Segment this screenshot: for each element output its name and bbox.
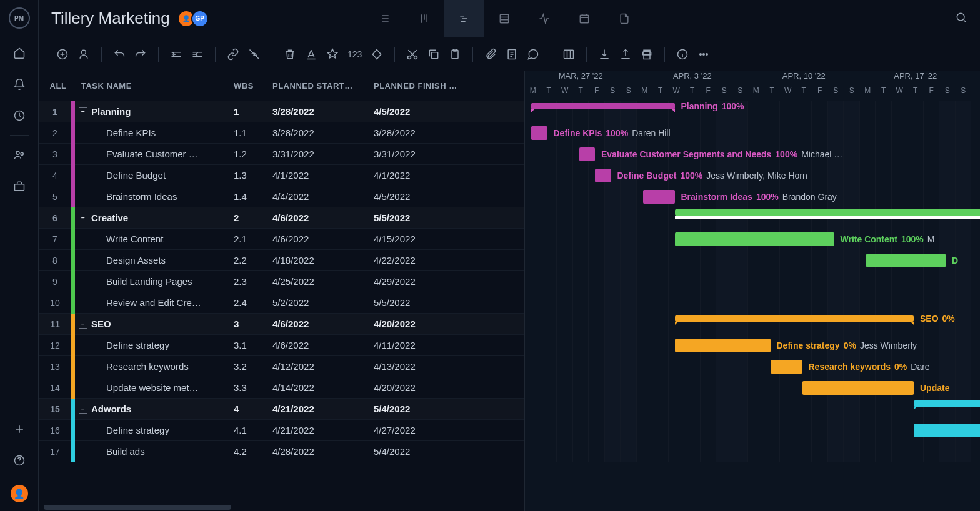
task-row[interactable]: 17 Build ads 4.2 4/28/2022 5/4/2022 — [39, 441, 524, 462]
gantt-bar[interactable]: Define KPIs 100% Daren Hill — [531, 126, 548, 140]
col-name[interactable]: TASK NAME — [74, 81, 234, 91]
finish-cell[interactable]: 4/20/2022 — [374, 382, 524, 393]
task-name-cell[interactable]: − SEO — [75, 319, 234, 329]
calendar-view-tab[interactable] — [564, 0, 604, 37]
app-logo[interactable]: PM — [9, 7, 30, 29]
undo-icon[interactable] — [113, 48, 126, 61]
collapse-toggle[interactable]: − — [79, 214, 88, 222]
gantt-row[interactable] — [525, 207, 980, 229]
task-name-cell[interactable]: Define Budget — [75, 170, 234, 181]
gantt-row[interactable]: Define Budget 100% Jess Wimberly, Mike H… — [525, 165, 980, 186]
wbs-cell[interactable]: 1.4 — [234, 191, 272, 202]
delete-icon[interactable] — [284, 48, 296, 61]
task-row[interactable]: 3 Evaluate Customer … 1.2 3/31/2022 3/31… — [39, 144, 524, 165]
gantt-bar[interactable] — [914, 424, 980, 437]
wbs-cell[interactable]: 2.2 — [234, 255, 272, 265]
wbs-cell[interactable]: 4.1 — [234, 425, 272, 435]
task-name-cell[interactable]: Build ads — [75, 446, 234, 457]
wbs-cell[interactable]: 2.1 — [234, 234, 272, 244]
workload-view-tab[interactable] — [524, 0, 564, 37]
wbs-cell[interactable]: 1.2 — [234, 149, 272, 159]
wbs-cell[interactable]: 3.3 — [234, 382, 272, 393]
gantt-bar[interactable] — [914, 400, 980, 407]
gantt-bar[interactable]: Brainstorm Ideas 100% Brandon Gray — [643, 190, 675, 204]
redo-icon[interactable] — [134, 48, 147, 61]
finish-cell[interactable]: 4/11/2022 — [374, 340, 524, 350]
finish-cell[interactable]: 5/4/2022 — [374, 446, 524, 457]
link-icon[interactable] — [227, 48, 239, 61]
indent-icon[interactable] — [191, 48, 204, 61]
task-name-cell[interactable]: Design Assets — [75, 255, 234, 265]
gantt-row[interactable]: Define strategy 0% Jess Wimberly — [525, 335, 980, 356]
clock-icon[interactable] — [12, 109, 26, 122]
start-cell[interactable]: 4/4/2022 — [272, 191, 374, 202]
gantt-chart[interactable]: MAR, 27 '22APR, 3 '22APR, 10 '22APR, 17 … — [525, 71, 980, 511]
outdent-icon[interactable] — [170, 48, 182, 61]
gantt-bar[interactable]: Define strategy 0% Jess Wimberly — [675, 339, 771, 352]
task-row[interactable]: 14 Update website met… 3.3 4/14/2022 4/2… — [39, 377, 524, 399]
col-finish[interactable]: PLANNED FINISH … — [374, 81, 524, 91]
start-cell[interactable]: 4/6/2022 — [272, 212, 374, 223]
task-row[interactable]: 13 Research keywords 3.2 4/12/2022 4/13/… — [39, 356, 524, 377]
search-icon[interactable] — [955, 11, 968, 26]
add-task-icon[interactable] — [56, 48, 69, 61]
col-all[interactable]: ALL — [39, 81, 74, 91]
task-name-cell[interactable]: Brainstorm Ideas — [75, 191, 234, 202]
gantt-row[interactable]: Planning 100% — [525, 101, 980, 122]
wbs-cell[interactable]: 3 — [234, 319, 272, 329]
collapse-toggle[interactable]: − — [79, 107, 88, 116]
grid-scrollbar[interactable] — [44, 505, 231, 510]
more-icon[interactable] — [698, 48, 710, 61]
task-row[interactable]: 15 − Adwords 4 4/21/2022 5/4/2022 — [39, 399, 524, 420]
start-cell[interactable]: 4/6/2022 — [272, 340, 374, 350]
number-icon[interactable]: 123 — [348, 49, 362, 59]
start-cell[interactable]: 4/14/2022 — [272, 382, 374, 393]
start-cell[interactable]: 3/28/2022 — [272, 127, 374, 138]
task-name-cell[interactable]: − Creative — [75, 212, 234, 223]
col-start[interactable]: PLANNED START… — [272, 81, 374, 91]
wbs-cell[interactable]: 3.1 — [234, 340, 272, 350]
wbs-cell[interactable]: 1.1 — [234, 127, 272, 138]
bell-icon[interactable] — [12, 77, 26, 91]
copy-icon[interactable] — [428, 48, 440, 61]
member-avatars[interactable]: 👤 GP — [181, 10, 209, 27]
finish-cell[interactable]: 3/28/2022 — [374, 127, 524, 138]
finish-cell[interactable]: 4/5/2022 — [374, 191, 524, 202]
avatar-2[interactable]: GP — [191, 10, 209, 27]
attachment-icon[interactable] — [484, 48, 497, 61]
task-name-cell[interactable]: − Adwords — [75, 404, 234, 414]
unlink-icon[interactable] — [248, 48, 261, 61]
wbs-cell[interactable]: 2.4 — [234, 297, 272, 308]
collapse-toggle[interactable]: − — [79, 405, 88, 414]
notes-icon[interactable] — [506, 48, 518, 61]
gantt-bar[interactable]: Write Content 100% M — [675, 232, 834, 246]
start-cell[interactable]: 4/12/2022 — [272, 361, 374, 372]
task-name-cell[interactable]: − Planning — [75, 106, 234, 117]
gantt-row[interactable]: Brainstorm Ideas 100% Brandon Gray — [525, 186, 980, 207]
start-cell[interactable]: 4/18/2022 — [272, 255, 374, 265]
finish-cell[interactable]: 4/20/2022 — [374, 319, 524, 329]
columns-icon[interactable] — [562, 48, 575, 61]
gantt-row[interactable] — [525, 271, 980, 292]
task-name-cell[interactable]: Update website met… — [75, 382, 234, 393]
file-view-tab[interactable] — [604, 0, 644, 37]
finish-cell[interactable]: 4/27/2022 — [374, 425, 524, 435]
help-icon[interactable] — [12, 454, 26, 467]
gantt-bar[interactable]: Planning 100% — [531, 103, 675, 109]
collapse-toggle[interactable]: − — [79, 320, 88, 329]
briefcase-icon[interactable] — [12, 179, 26, 193]
gantt-bar[interactable]: SEO 0% — [675, 315, 914, 322]
text-style-icon[interactable] — [305, 48, 318, 61]
task-row[interactable]: 4 Define Budget 1.3 4/1/2022 4/1/2022 — [39, 165, 524, 186]
import-icon[interactable] — [598, 48, 611, 61]
gantt-view-tab[interactable] — [444, 0, 484, 37]
task-name-cell[interactable]: Define KPIs — [75, 127, 234, 138]
start-cell[interactable]: 4/1/2022 — [272, 170, 374, 181]
gantt-row[interactable]: D — [525, 250, 980, 271]
print-icon[interactable] — [641, 48, 653, 61]
milestone-icon[interactable] — [371, 48, 383, 61]
gantt-bar[interactable]: Update — [802, 381, 914, 395]
wbs-cell[interactable]: 4.2 — [234, 446, 272, 457]
gantt-row[interactable]: Define KPIs 100% Daren Hill — [525, 122, 980, 144]
task-row[interactable]: 5 Brainstorm Ideas 1.4 4/4/2022 4/5/2022 — [39, 186, 524, 207]
